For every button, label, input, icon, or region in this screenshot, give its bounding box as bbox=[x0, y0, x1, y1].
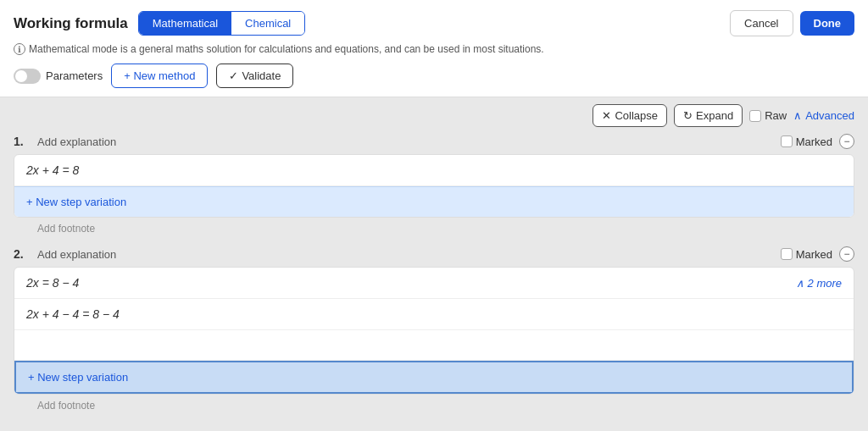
advanced-label: Advanced bbox=[805, 109, 854, 122]
expand-icon: ↻ bbox=[683, 109, 693, 122]
cancel-button[interactable]: Cancel bbox=[730, 10, 793, 36]
check-icon: ✓ bbox=[229, 69, 238, 82]
step-header-2: 2. Add explanation Marked − bbox=[14, 246, 854, 262]
chevron-up-icon: ∧ bbox=[793, 109, 802, 122]
subtitle-text: Mathematical mode is a general maths sol… bbox=[29, 43, 544, 55]
new-step-button-1[interactable]: + New step variation bbox=[14, 186, 854, 217]
more-link[interactable]: ∧ 2 more bbox=[796, 277, 842, 290]
step-footnote-1[interactable]: Add footnote bbox=[14, 218, 854, 240]
steps-container: 1. Add explanation Marked − 2x + 4 = 8 +… bbox=[0, 134, 868, 431]
toolbar: Parameters + New method ✓ Validate bbox=[14, 64, 854, 97]
done-button[interactable]: Done bbox=[800, 11, 855, 36]
step-explanation-2[interactable]: Add explanation bbox=[37, 248, 116, 261]
marked-wrap-2[interactable]: Marked bbox=[781, 248, 832, 261]
step-remove-2[interactable]: − bbox=[839, 246, 854, 262]
raw-wrap[interactable]: Raw bbox=[749, 109, 787, 122]
step-content-2: 2x = 8 − 4 ∧ 2 more 2x + 4 − 4 = 8 − 4 +… bbox=[14, 267, 854, 395]
formula-row-1-0[interactable]: 2x + 4 = 8 bbox=[14, 155, 854, 186]
advanced-button[interactable]: ∧ Advanced bbox=[793, 109, 854, 122]
expand-button[interactable]: ↻ Expand bbox=[674, 104, 743, 127]
raw-label: Raw bbox=[765, 109, 787, 122]
title-group: Working formula Mathematical Chemical bbox=[14, 11, 305, 36]
marked-checkbox-1[interactable] bbox=[781, 135, 793, 147]
formula-row-2-2[interactable] bbox=[14, 330, 854, 361]
subtitle-bar: ℹ Mathematical mode is a general maths s… bbox=[14, 43, 854, 55]
parameters-toggle-wrap[interactable]: Parameters bbox=[14, 69, 103, 84]
formula-row-2-1[interactable]: 2x + 4 − 4 = 8 − 4 bbox=[14, 299, 854, 330]
collapse-icon: ✕ bbox=[602, 109, 611, 122]
marked-label-2: Marked bbox=[796, 248, 832, 261]
step-left-2: 2. Add explanation bbox=[14, 247, 116, 261]
step-header-1: 1. Add explanation Marked − bbox=[14, 134, 854, 149]
tab-mathematical[interactable]: Mathematical bbox=[139, 12, 231, 35]
marked-checkbox-2[interactable] bbox=[781, 248, 793, 260]
step-explanation-1[interactable]: Add explanation bbox=[37, 135, 116, 148]
marked-wrap-1[interactable]: Marked bbox=[781, 135, 832, 148]
action-group: Cancel Done bbox=[730, 10, 854, 36]
formula-text-1-0: 2x + 4 = 8 bbox=[26, 163, 79, 177]
formula-text-2-0: 2x = 8 − 4 bbox=[26, 276, 79, 290]
new-step-button-2[interactable]: + New step variation bbox=[14, 361, 854, 394]
content-area: ✕ Collapse ↻ Expand Raw ∧ Advanced 1. Ad… bbox=[0, 97, 868, 431]
step-remove-1[interactable]: − bbox=[839, 134, 854, 149]
parameters-toggle[interactable] bbox=[14, 69, 41, 84]
step-footnote-2[interactable]: Add footnote bbox=[14, 395, 854, 417]
page-title: Working formula bbox=[14, 15, 128, 32]
validate-button[interactable]: ✓ Validate bbox=[216, 64, 293, 88]
tab-chemical[interactable]: Chemical bbox=[231, 12, 304, 35]
content-toolbar: ✕ Collapse ↻ Expand Raw ∧ Advanced bbox=[0, 97, 868, 134]
step-left-1: 1. Add explanation bbox=[14, 135, 116, 148]
raw-checkbox[interactable] bbox=[749, 110, 761, 122]
new-method-button[interactable]: + New method bbox=[111, 64, 208, 88]
formula-text-2-1: 2x + 4 − 4 = 8 − 4 bbox=[26, 307, 120, 321]
step-right-1: Marked − bbox=[781, 134, 854, 149]
collapse-button[interactable]: ✕ Collapse bbox=[593, 104, 667, 127]
toggle-knob bbox=[15, 70, 27, 82]
collapse-label: Collapse bbox=[615, 109, 658, 122]
formula-row-2-0[interactable]: 2x = 8 − 4 ∧ 2 more bbox=[14, 268, 854, 299]
expand-label: Expand bbox=[696, 109, 733, 122]
step-block-2: 2. Add explanation Marked − 2x = 8 − 4 ∧… bbox=[14, 246, 854, 417]
step-block-1: 1. Add explanation Marked − 2x + 4 = 8 +… bbox=[14, 134, 854, 240]
step-content-1: 2x + 4 = 8 + New step variation bbox=[14, 154, 854, 218]
marked-label-1: Marked bbox=[796, 135, 832, 148]
validate-label: Validate bbox=[242, 69, 281, 82]
info-icon: ℹ bbox=[14, 43, 25, 55]
parameters-label: Parameters bbox=[46, 69, 103, 82]
step-number-1: 1. bbox=[14, 135, 31, 148]
mode-tab-group: Mathematical Chemical bbox=[138, 11, 306, 36]
step-right-2: Marked − bbox=[781, 246, 854, 262]
step-number-2: 2. bbox=[14, 247, 31, 261]
header: Working formula Mathematical Chemical Ca… bbox=[0, 0, 868, 97]
header-top: Working formula Mathematical Chemical Ca… bbox=[14, 10, 854, 36]
